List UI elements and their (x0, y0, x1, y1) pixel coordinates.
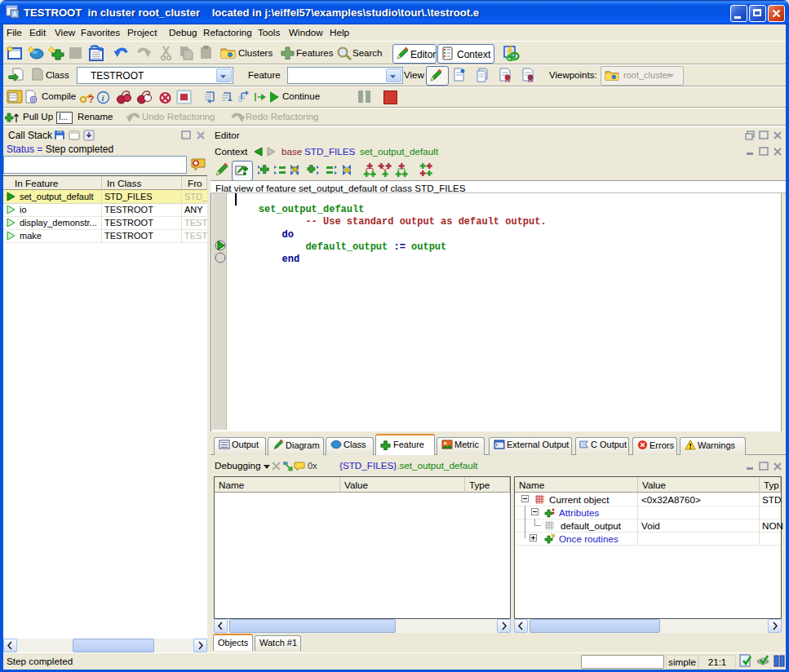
svg-text:?: ? (88, 94, 94, 105)
svg-text:i: i (102, 93, 105, 103)
